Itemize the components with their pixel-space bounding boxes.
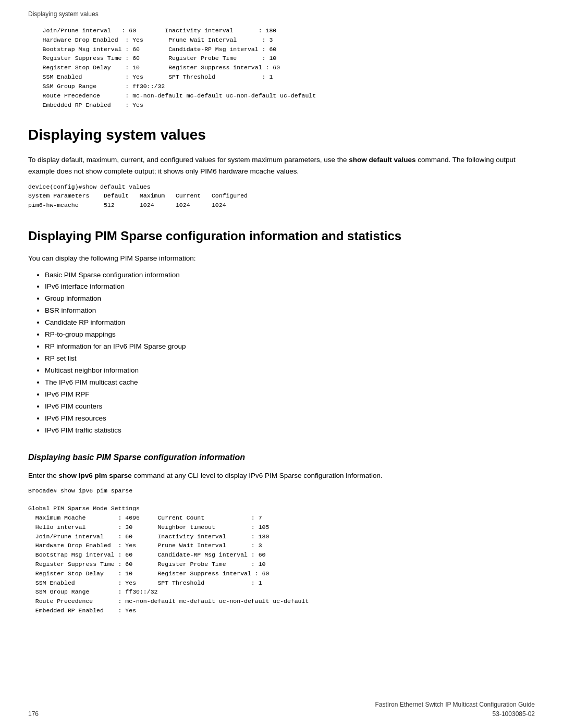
list-item: IPv6 PIM traffic statistics: [45, 425, 535, 437]
list-item: Group information: [45, 293, 535, 305]
list-item: IPv6 PIM counters: [45, 401, 535, 413]
section2-intro: You can display the following PIM Sparse…: [28, 253, 535, 264]
list-item: Basic PIM Sparse configuration informati…: [45, 269, 535, 281]
page-container: Displaying system values Join/Prune inte…: [0, 0, 563, 728]
subsection-code1: Brocade# show ipv6 pim sparse: [28, 486, 535, 496]
section1-intro: To display default, maximum, current, an…: [28, 154, 535, 177]
list-item: IPv6 interface information: [45, 281, 535, 293]
list-item: IPv6 PIM RPF: [45, 389, 535, 401]
page-number: 176: [28, 709, 39, 719]
doc-title: FastIron Ethernet Switch IP Multicast Co…: [375, 700, 535, 709]
list-item: BSR information: [45, 305, 535, 317]
footer: 176 FastIron Ethernet Switch IP Multicas…: [28, 700, 535, 719]
section2-bullets: Basic PIM Sparse configuration informati…: [45, 269, 535, 437]
list-item: The IPv6 PIM multicast cache: [45, 377, 535, 389]
top-code-block: Join/Prune interval : 60 Inactivity inte…: [28, 26, 535, 109]
list-item: RP information for an IPv6 PIM Sparse gr…: [45, 341, 535, 353]
list-item: RP-to-group mappings: [45, 329, 535, 341]
section1-code: device(config)#show default values Syste…: [28, 182, 535, 210]
list-item: IPv6 PIM resources: [45, 413, 535, 425]
doc-number: 53-1003085-02: [375, 709, 535, 719]
footer-right: FastIron Ethernet Switch IP Multicast Co…: [375, 700, 535, 719]
list-item: Candidate RP information: [45, 317, 535, 329]
list-item: Multicast neighbor information: [45, 365, 535, 377]
section2-title: Displaying PIM Sparse configuration info…: [28, 227, 535, 245]
content-area: Join/Prune interval : 60 Inactivity inte…: [0, 0, 563, 655]
top-label: Displaying system values: [28, 9, 99, 19]
section1-title: Displaying system values: [28, 124, 535, 146]
subsection-intro: Enter the show ipv6 pim sparse command a…: [28, 470, 535, 482]
list-item: RP set list: [45, 353, 535, 365]
subsection-title: Displaying basic PIM Sparse configuratio…: [28, 451, 535, 464]
subsection-code2: Global PIM Sparse Mode Settings Maximum …: [28, 504, 535, 615]
